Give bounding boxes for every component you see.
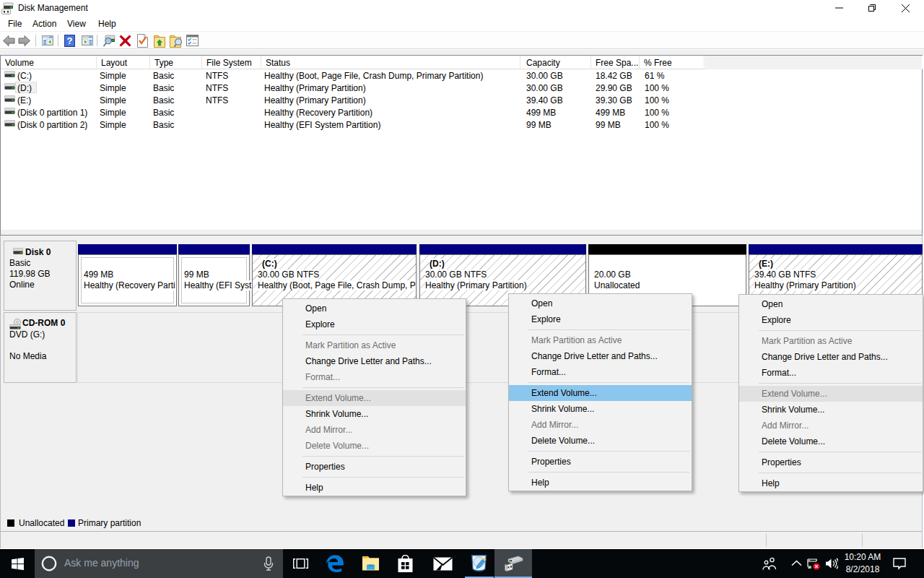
svg-text:?: ? [67, 35, 73, 46]
